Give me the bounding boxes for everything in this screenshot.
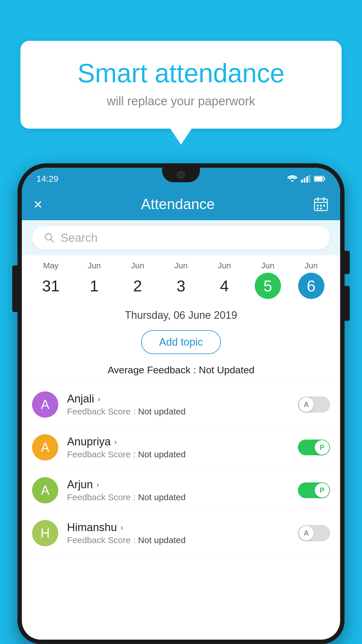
date-cell-5[interactable]: Jun5 (247, 261, 288, 299)
svg-rect-5 (324, 178, 325, 180)
date-cell-0[interactable]: May31 (31, 261, 71, 299)
svg-rect-11 (320, 205, 322, 206)
date-day-6[interactable]: 6 (298, 273, 324, 299)
add-topic-button[interactable]: Add topic (141, 330, 221, 354)
notch (162, 168, 200, 182)
search-icon (44, 232, 55, 243)
student-avatar-1: A (32, 434, 58, 461)
phone-frame: 14:29 (17, 163, 345, 644)
student-chevron-2: › (96, 480, 99, 489)
app-bar: × Attendance (22, 188, 340, 220)
toggle-knob-2: P (315, 483, 329, 498)
app-title: Attendance (141, 196, 215, 213)
date-day-3[interactable]: 3 (168, 273, 194, 299)
toggle-container-2[interactable]: P (298, 482, 330, 498)
date-cell-3[interactable]: Jun3 (161, 261, 201, 299)
toggle-knob-1: P (315, 440, 329, 455)
student-item-2[interactable]: AArjun ›Feedback Score : Not updatedP (22, 469, 340, 512)
date-month-2: Jun (117, 261, 158, 270)
svg-rect-8 (317, 197, 319, 201)
student-avatar-3: H (32, 520, 58, 546)
date-month-3: Jun (161, 261, 201, 270)
search-bar[interactable]: Search (32, 226, 330, 249)
student-name-3: Himanshu › (67, 521, 289, 534)
toggle-knob-3: A (299, 526, 314, 540)
avg-feedback-value: Not Updated (199, 364, 254, 375)
svg-rect-6 (314, 177, 323, 181)
power-button (345, 251, 350, 274)
average-feedback: Average Feedback : Not Updated (22, 361, 340, 383)
camera (177, 171, 185, 179)
date-cell-6[interactable]: Jun6 (291, 261, 331, 299)
bubble-title: Smart attendance (44, 58, 318, 88)
student-avatar-2: A (32, 477, 58, 503)
feedback-score-0: Feedback Score : Not updated (67, 407, 289, 416)
student-item-0[interactable]: AAnjali ›Feedback Score : Not updatedA (22, 383, 340, 426)
svg-rect-10 (317, 205, 319, 206)
date-month-6: Jun (291, 261, 331, 270)
feedback-score-2: Feedback Score : Not updated (67, 492, 289, 502)
date-day-4[interactable]: 4 (211, 273, 238, 299)
date-month-4: Jun (204, 261, 245, 270)
toggle-0[interactable]: A (298, 397, 330, 412)
toggle-1[interactable]: P (298, 440, 330, 455)
date-cell-1[interactable]: Jun1 (74, 261, 115, 299)
student-info-3: Himanshu ›Feedback Score : Not updated (67, 521, 289, 545)
svg-rect-3 (309, 175, 310, 183)
search-container: Search (22, 220, 340, 255)
date-day-0[interactable]: 31 (38, 273, 64, 299)
student-chevron-1: › (114, 437, 117, 447)
battery-icon (314, 176, 326, 182)
toggle-container-3[interactable]: A (298, 525, 330, 541)
close-button[interactable]: × (34, 197, 42, 212)
add-topic-container: Add topic (22, 327, 340, 361)
date-month-5: Jun (247, 261, 288, 270)
student-info-0: Anjali ›Feedback Score : Not updated (67, 393, 289, 416)
date-strip: May31Jun1Jun2Jun3Jun4Jun5Jun6 (22, 255, 340, 302)
student-chevron-0: › (98, 394, 100, 404)
date-cell-2[interactable]: Jun2 (117, 261, 158, 299)
date-cell-4[interactable]: Jun4 (204, 261, 245, 299)
student-item-1[interactable]: AAnupriya ›Feedback Score : Not updatedP (22, 426, 340, 469)
volume-left-button (12, 265, 17, 312)
bubble-subtitle: will replace your paperwork (44, 94, 318, 108)
student-item-3[interactable]: HHimanshu ›Feedback Score : Not updatedA (22, 512, 340, 555)
phone-screen: 14:29 (22, 168, 340, 640)
date-day-5[interactable]: 5 (255, 273, 281, 299)
student-chevron-3: › (120, 523, 123, 532)
status-time: 14:29 (36, 174, 58, 184)
wifi-icon (287, 175, 298, 183)
date-day-1[interactable]: 1 (81, 273, 107, 299)
student-name-2: Arjun › (67, 478, 289, 491)
selected-date: Thursday, 06 June 2019 (22, 302, 340, 327)
student-name-0: Anjali › (67, 393, 289, 405)
toggle-container-1[interactable]: P (298, 440, 330, 455)
svg-rect-9 (323, 197, 324, 201)
calendar-icon[interactable] (313, 197, 328, 212)
svg-rect-13 (317, 208, 319, 209)
speech-bubble-container: Smart attendance will replace your paper… (20, 41, 342, 129)
search-placeholder: Search (61, 231, 98, 244)
toggle-2[interactable]: P (298, 482, 330, 498)
student-name-1: Anupriya › (67, 435, 289, 448)
speech-bubble: Smart attendance will replace your paper… (20, 41, 342, 129)
status-icons (287, 175, 326, 183)
student-info-2: Arjun ›Feedback Score : Not updated (67, 478, 289, 502)
student-info-1: Anupriya ›Feedback Score : Not updated (67, 435, 289, 459)
avg-feedback-label: Average Feedback : (108, 364, 199, 375)
feedback-score-3: Feedback Score : Not updated (67, 535, 289, 545)
toggle-knob-0: A (299, 397, 314, 412)
volume-button (345, 286, 350, 321)
svg-rect-0 (301, 180, 303, 183)
date-day-2[interactable]: 2 (124, 273, 151, 299)
date-month-1: Jun (74, 261, 115, 270)
feedback-score-1: Feedback Score : Not updated (67, 449, 289, 459)
svg-rect-14 (320, 208, 322, 209)
svg-rect-2 (306, 176, 308, 183)
student-avatar-0: A (32, 391, 58, 418)
svg-rect-1 (304, 178, 305, 183)
toggle-container-0[interactable]: A (298, 397, 330, 412)
student-list: AAnjali ›Feedback Score : Not updatedAAA… (22, 383, 340, 555)
toggle-3[interactable]: A (298, 525, 330, 541)
svg-rect-12 (323, 205, 325, 206)
